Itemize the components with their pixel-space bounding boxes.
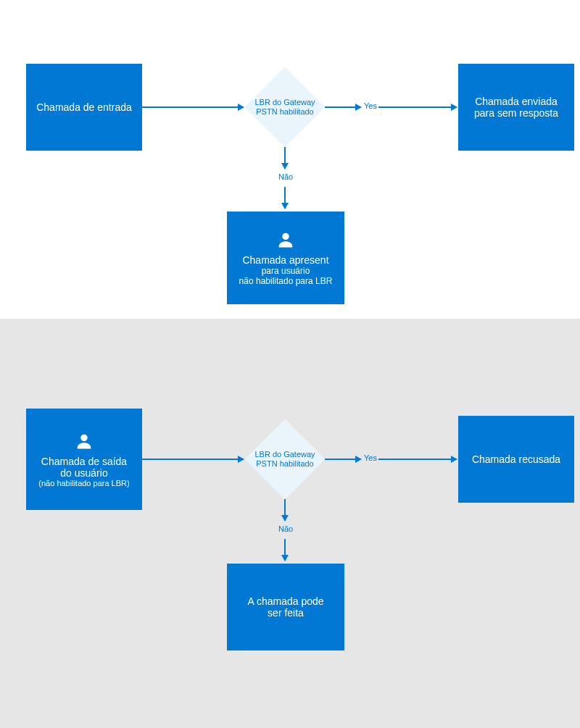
flowchart-outbound: Chamada de saída do usuário (não habilit… — [0, 319, 580, 728]
arrow-down-icon — [284, 187, 286, 209]
node-label: ser feita — [268, 607, 304, 619]
arrow-right-icon — [378, 459, 457, 460]
arrow-down-icon — [284, 147, 286, 169]
arrow-right-icon — [325, 106, 361, 108]
arrow-right-icon — [142, 459, 244, 460]
node-call-refused: Chamada recusada — [458, 416, 574, 503]
node-label: Chamada recusada — [472, 453, 560, 465]
arrow-down-icon — [284, 499, 286, 521]
edge-label-no: Não — [278, 524, 293, 533]
arrow-right-icon — [325, 459, 361, 460]
user-icon — [74, 431, 94, 451]
node-label: Chamada de saída — [41, 456, 127, 467]
node-presented-to-user: Chamada apresent para usuário não habili… — [227, 212, 344, 304]
arrow-right-icon — [378, 106, 457, 108]
node-decision-gateway-lbr: LBR do Gateway PSTN habilitado — [245, 419, 325, 499]
node-call-can-be-made: A chamada pode ser feita — [227, 564, 344, 650]
arrow-down-icon — [284, 539, 286, 561]
edge-label-yes: Yes — [364, 453, 377, 462]
node-label: Chamada de entrada — [36, 101, 132, 113]
node-label: Chamada enviada — [475, 96, 558, 107]
node-label: (não habilitado para LBR) — [38, 479, 129, 488]
edge-label-yes: Yes — [364, 101, 377, 110]
node-inbound-start: Chamada de entrada — [26, 64, 142, 151]
node-label: não habilitado para LBR — [239, 276, 333, 286]
edge-label-no: Não — [278, 172, 293, 181]
arrow-right-icon — [142, 106, 244, 108]
node-decision-gateway-lbr: LBR do Gateway PSTN habilitado — [245, 67, 325, 147]
node-label: para sem resposta — [474, 107, 558, 119]
node-outbound-start: Chamada de saída do usuário (não habilit… — [26, 409, 142, 510]
node-label: do usuário — [60, 467, 107, 479]
node-label: Chamada apresent — [242, 254, 328, 266]
svg-point-1 — [80, 435, 87, 441]
decision-label: LBR do Gateway PSTN habilitado — [245, 98, 325, 117]
node-label: A chamada pode — [247, 595, 323, 607]
user-icon — [276, 230, 296, 250]
flowchart-inbound: Chamada de entrada LBR do Gateway PSTN h… — [0, 0, 580, 319]
svg-point-0 — [282, 233, 289, 240]
decision-label: LBR do Gateway PSTN habilitado — [245, 450, 325, 469]
node-sent-unanswered: Chamada enviada para sem resposta — [458, 64, 574, 151]
node-label: para usuário — [262, 266, 310, 276]
